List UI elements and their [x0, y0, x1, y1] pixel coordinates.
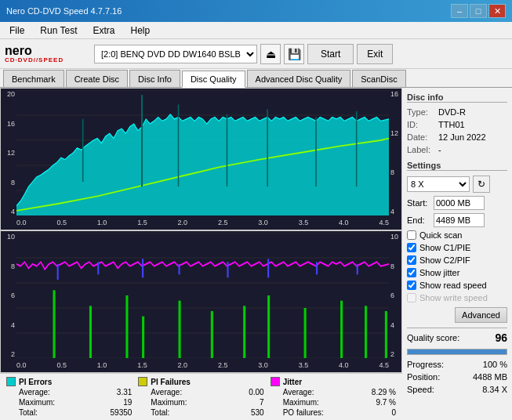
- exit-button[interactable]: Exit: [357, 44, 393, 64]
- chart1-inner: [16, 90, 389, 215]
- svg-rect-22: [142, 317, 144, 358]
- right-panel: Disc info Type: DVD-R ID: TTH01 Date: 12…: [402, 88, 512, 420]
- quality-score-row: Quality score: 96: [407, 328, 507, 344]
- end-setting-row: End:: [407, 213, 507, 227]
- disc-type-row: Type: DVD-R: [407, 107, 507, 117]
- menu-help[interactable]: Help: [125, 24, 157, 38]
- minimize-button[interactable]: –: [451, 4, 468, 18]
- svg-rect-20: [89, 306, 92, 358]
- legend-pi-failures-total: Total: 530: [138, 408, 263, 417]
- chart2-y-axis-right: 10 8 6 4 2: [389, 231, 401, 358]
- speed-row: Speed: 8.34 X: [407, 385, 507, 394]
- close-button[interactable]: ✕: [488, 4, 506, 18]
- show-read-speed-checkbox[interactable]: [407, 281, 416, 290]
- menu-extra[interactable]: Extra: [86, 24, 121, 38]
- maximize-button[interactable]: □: [470, 4, 487, 18]
- show-c2pif-checkbox[interactable]: [407, 255, 416, 265]
- svg-rect-28: [340, 301, 343, 358]
- speed-select[interactable]: 8 X: [407, 176, 470, 192]
- chart2-inner: [16, 233, 389, 358]
- svg-rect-34: [179, 264, 180, 274]
- legend-pi-failures: PI Failures Average: 0.00 Maximum: 7 Tot…: [138, 377, 263, 417]
- start-setting-row: Start:: [407, 196, 507, 210]
- menu-bar: File Run Test Extra Help: [0, 22, 512, 39]
- show-write-speed-checkbox: [407, 293, 416, 302]
- chart2-x-axis: 0.0 0.5 1.0 1.5 2.0 2.5 3.0 3.5 4.0 4.5: [16, 358, 389, 372]
- speed-settings-row: 8 X ↻: [407, 176, 507, 193]
- chart1-y-axis: 20 16 12 8 4: [1, 89, 16, 215]
- quick-scan-row: Quick scan: [407, 230, 507, 240]
- nero-logo-text: nero: [5, 45, 32, 57]
- chart2-svg: [16, 233, 389, 358]
- pi-errors-color: [6, 377, 16, 386]
- disc-label-row: Label: -: [407, 145, 507, 154]
- svg-rect-33: [142, 259, 143, 277]
- main-content: 20 16 12 8 4 16 12 8 4 0.0 0.5 1.0 1.5 2…: [0, 88, 512, 420]
- legend-pi-errors-avg: Average: 3.31: [6, 388, 132, 396]
- menu-file[interactable]: File: [3, 24, 31, 38]
- title-bar-title: Nero CD-DVD Speed 4.7.7.16: [6, 6, 122, 16]
- svg-rect-31: [57, 264, 59, 280]
- legend-jitter-header: Jitter: [271, 377, 396, 386]
- svg-rect-32: [97, 262, 99, 274]
- end-input[interactable]: [434, 213, 485, 227]
- chart-pi-errors: 20 16 12 8 4 16 12 8 4 0.0 0.5 1.0 1.5 2…: [0, 88, 402, 230]
- show-read-speed-row: Show read speed: [407, 281, 507, 290]
- svg-rect-29: [365, 306, 367, 358]
- chart1-svg: [16, 90, 389, 215]
- progress-bar-fill: [408, 349, 507, 354]
- tab-disc-info[interactable]: Disc Info: [129, 70, 180, 87]
- chart-pi-failures: 10 8 6 4 2 10 8 6 4 2 0.0 0.5 1.0 1.5 2.…: [0, 230, 402, 373]
- save-button[interactable]: 💾: [284, 44, 304, 64]
- disc-info-header: Disc info: [407, 92, 507, 103]
- svg-rect-30: [385, 311, 387, 358]
- charts-and-legend: 20 16 12 8 4 16 12 8 4 0.0 0.5 1.0 1.5 2…: [0, 88, 402, 420]
- position-row: Position: 4488 MB: [407, 372, 507, 382]
- svg-rect-24: [211, 311, 213, 358]
- legend-po-failures: PO failures: 0: [271, 408, 396, 417]
- tab-disc-quality[interactable]: Disc Quality: [182, 71, 245, 88]
- svg-rect-38: [357, 264, 358, 274]
- quick-scan-checkbox[interactable]: [407, 230, 416, 240]
- legend-pi-errors: PI Errors Average: 3.31 Maximum: 19 Tota…: [6, 377, 132, 417]
- advanced-button[interactable]: Advanced: [455, 307, 507, 323]
- svg-rect-37: [316, 262, 318, 274]
- legend-pi-errors-total: Total: 59350: [6, 408, 132, 417]
- svg-rect-27: [304, 308, 307, 358]
- start-button[interactable]: Start: [307, 44, 354, 64]
- settings-header: Settings: [407, 161, 507, 171]
- svg-rect-19: [53, 290, 55, 358]
- drive-select[interactable]: [2:0] BENQ DVD DD DW1640 BSLB: [94, 45, 257, 63]
- tab-create-disc[interactable]: Create Disc: [66, 70, 128, 87]
- disc-id-row: ID: TTH01: [407, 120, 507, 129]
- chart2-y-axis: 10 8 6 4 2: [1, 231, 16, 358]
- disc-date-row: Date: 12 Jun 2022: [407, 132, 507, 142]
- legend-pi-errors-max: Maximum: 19: [6, 398, 132, 407]
- legend-pi-errors-header: PI Errors: [6, 377, 132, 386]
- nero-logo-subtext: CD·DVD//SPEED: [5, 57, 64, 63]
- tab-benchmark[interactable]: Benchmark: [3, 70, 64, 87]
- tab-bar: Benchmark Create Disc Disc Info Disc Qua…: [0, 69, 512, 88]
- svg-rect-25: [243, 306, 245, 358]
- show-c1pie-row: Show C1/PIE: [407, 243, 507, 252]
- legend-pi-failures-header: PI Failures: [138, 377, 263, 386]
- show-c2pif-row: Show C2/PIF: [407, 255, 507, 265]
- menu-run-test[interactable]: Run Test: [34, 24, 83, 38]
- show-jitter-checkbox[interactable]: [407, 268, 416, 277]
- show-write-speed-row: Show write speed: [407, 293, 507, 302]
- eject-button[interactable]: ⏏: [260, 44, 281, 64]
- jitter-color: [271, 377, 280, 386]
- show-c1pie-checkbox[interactable]: [407, 243, 416, 252]
- legend-area: PI Errors Average: 3.31 Maximum: 19 Tota…: [0, 373, 402, 420]
- svg-rect-21: [125, 295, 128, 358]
- legend-jitter-max: Maximum: 9.7 %: [271, 398, 396, 407]
- tab-advanced-disc-quality[interactable]: Advanced Disc Quality: [247, 70, 351, 87]
- tab-scandisc[interactable]: ScanDisc: [352, 70, 405, 87]
- legend-jitter-avg: Average: 8.29 %: [271, 388, 396, 396]
- start-input[interactable]: [434, 196, 485, 210]
- show-jitter-row: Show jitter: [407, 268, 507, 277]
- nero-logo: nero CD·DVD//SPEED: [5, 42, 91, 67]
- pi-failures-color: [138, 377, 147, 386]
- svg-rect-26: [267, 295, 270, 358]
- refresh-button[interactable]: ↻: [473, 176, 490, 193]
